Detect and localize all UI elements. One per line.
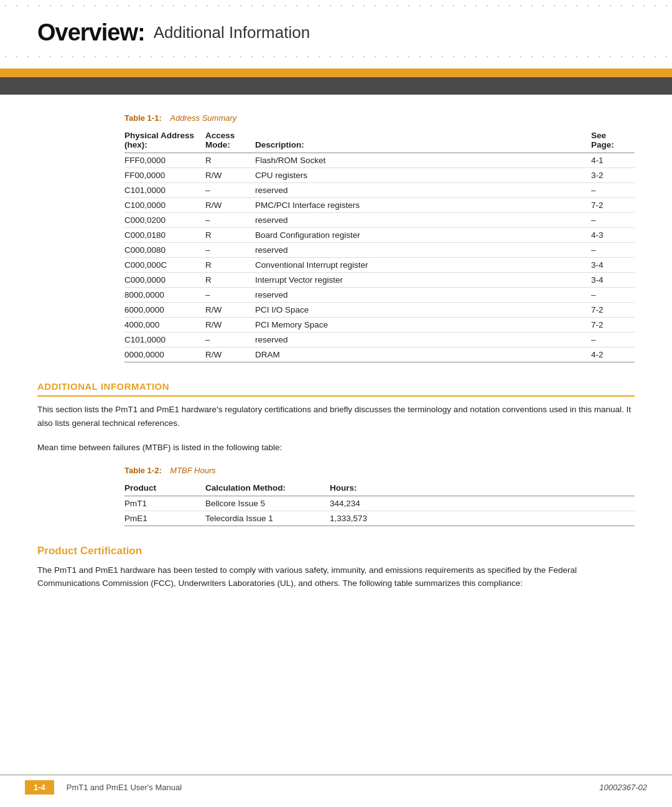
desc-cell: Board Configuration register — [255, 228, 591, 243]
product-cert-body: The PmT1 and PmE1 hardware has been test… — [37, 564, 635, 590]
table-row: C100,0000 R/W PMC/PCI Interface register… — [124, 198, 635, 213]
addr-cell: C101,0000 — [124, 183, 205, 198]
desc-cell: reserved — [255, 213, 591, 228]
page-cell: – — [591, 288, 635, 303]
page-cell: 4-3 — [591, 228, 635, 243]
page-cell: – — [591, 213, 635, 228]
addr-cell: C000,0000 — [124, 273, 205, 288]
page-cell: 3-2 — [591, 168, 635, 183]
dark-bar — [0, 77, 672, 95]
table-row: FFF0,0000 R Flash/ROM Socket 4-1 — [124, 153, 635, 168]
desc-cell: reserved — [255, 288, 591, 303]
table-row: C000,0200 – reserved – — [124, 213, 635, 228]
table-row: 0000,0000 R/W DRAM 4-2 — [124, 347, 635, 362]
desc-cell: Flash/ROM Socket — [255, 153, 591, 168]
header-title-bold: Overview: — [37, 19, 145, 46]
table2-header-row: Product Calculation Method: Hours: — [124, 480, 635, 496]
page-cell: 3-4 — [591, 258, 635, 273]
access-cell: R/W — [205, 318, 255, 333]
table-row: FF00,0000 R/W CPU registers 3-2 — [124, 168, 635, 183]
header-main: Overview: Additional Information — [0, 14, 672, 51]
addr-cell: FF00,0000 — [124, 168, 205, 183]
table-row: C000,0000 R Interrupt Vector register 3-… — [124, 273, 635, 288]
desc-cell: reserved — [255, 333, 591, 347]
access-cell: – — [205, 288, 255, 303]
addr-cell: C100,0000 — [124, 198, 205, 213]
col-desc-header: Description: — [255, 128, 591, 153]
col-hours-header: Hours: — [330, 480, 635, 496]
desc-cell: DRAM — [255, 347, 591, 362]
header: Overview: Additional Information — [0, 0, 672, 68]
table-row: PmT1 Bellcore Issue 5 344,234 — [124, 496, 635, 511]
table-row: PmE1 Telecordia Issue 1 1,333,573 — [124, 511, 635, 526]
page-cell: – — [591, 183, 635, 198]
addr-cell: 4000,000 — [124, 318, 205, 333]
footer-page: 1-4 — [25, 780, 54, 795]
footer: 1-4 PmT1 and PmE1 User's Manual 10002367… — [0, 775, 672, 795]
access-cell: R/W — [205, 303, 255, 318]
page-cell: – — [591, 333, 635, 347]
table-row: C000,000C R Conventional Interrupt regis… — [124, 258, 635, 273]
table-row: 6000,0000 R/W PCI I/O Space 7-2 — [124, 303, 635, 318]
access-cell: R/W — [205, 168, 255, 183]
desc-cell: PCI I/O Space — [255, 303, 591, 318]
col-product-header: Product — [124, 480, 205, 496]
col-access-header: AccessMode: — [205, 128, 255, 153]
orange-bar — [0, 68, 672, 77]
access-cell: – — [205, 333, 255, 347]
page-cell: 3-4 — [591, 273, 635, 288]
desc-cell: reserved — [255, 183, 591, 198]
table-row: C101,0000 – reserved – — [124, 183, 635, 198]
addr-cell: C101,0000 — [124, 333, 205, 347]
addr-cell: C000,0180 — [124, 228, 205, 243]
table2-label: Table 1-2: MTBF Hours — [37, 466, 635, 475]
additional-info-heading: ADDITIONAL INFORMATION — [37, 381, 635, 397]
access-cell: R/W — [205, 347, 255, 362]
mtbf-intro: Mean time between failures (MTBF) is lis… — [37, 441, 635, 455]
header-dots-bottom — [0, 51, 672, 65]
access-cell: – — [205, 243, 255, 258]
main-content: Table 1-1: Address Summary Physical Addr… — [0, 113, 672, 639]
desc-cell: Interrupt Vector register — [255, 273, 591, 288]
hours-cell: 344,234 — [330, 496, 635, 511]
desc-cell: PMC/PCI Interface registers — [255, 198, 591, 213]
table1-header-row: Physical Address(hex): AccessMode: Descr… — [124, 128, 635, 153]
access-cell: R — [205, 258, 255, 273]
table1-label-num: Table 1-1: — [124, 113, 162, 123]
desc-cell: reserved — [255, 243, 591, 258]
access-cell: R — [205, 153, 255, 168]
addr-cell: 0000,0000 — [124, 347, 205, 362]
page-cell: – — [591, 243, 635, 258]
col-calc-header: Calculation Method: — [205, 480, 330, 496]
addr-cell: C000,000C — [124, 258, 205, 273]
page-cell: 4-2 — [591, 347, 635, 362]
addr-cell: 6000,0000 — [124, 303, 205, 318]
header-title-regular: Additional Information — [154, 23, 310, 42]
addr-cell: 8000,0000 — [124, 288, 205, 303]
table-row: 8000,0000 – reserved – — [124, 288, 635, 303]
method-cell: Bellcore Issue 5 — [205, 496, 330, 511]
table-row: C000,0080 – reserved – — [124, 243, 635, 258]
table1-label: Table 1-1: Address Summary — [37, 113, 635, 123]
hours-cell: 1,333,573 — [330, 511, 635, 526]
addr-cell: C000,0200 — [124, 213, 205, 228]
method-cell: Telecordia Issue 1 — [205, 511, 330, 526]
page-cell: 7-2 — [591, 198, 635, 213]
table2-label-num: Table 1-2: — [124, 466, 162, 475]
header-dots-top — [0, 0, 672, 14]
access-cell: R — [205, 228, 255, 243]
desc-cell: Conventional Interrupt register — [255, 258, 591, 273]
page-cell: 4-1 — [591, 153, 635, 168]
table-row: 4000,000 R/W PCI Memory Space 7-2 — [124, 318, 635, 333]
access-cell: – — [205, 183, 255, 198]
access-cell: R/W — [205, 198, 255, 213]
footer-title: PmT1 and PmE1 User's Manual — [67, 783, 600, 792]
table2-label-text: MTBF Hours — [170, 466, 215, 475]
desc-cell: PCI Memory Space — [255, 318, 591, 333]
product-cert-heading: Product Certification — [37, 545, 635, 557]
col-addr-header: Physical Address(hex): — [124, 128, 205, 153]
col-page-header: SeePage: — [591, 128, 635, 153]
product-cell: PmT1 — [124, 496, 205, 511]
table-row: C000,0180 R Board Configuration register… — [124, 228, 635, 243]
addr-cell: FFF0,0000 — [124, 153, 205, 168]
